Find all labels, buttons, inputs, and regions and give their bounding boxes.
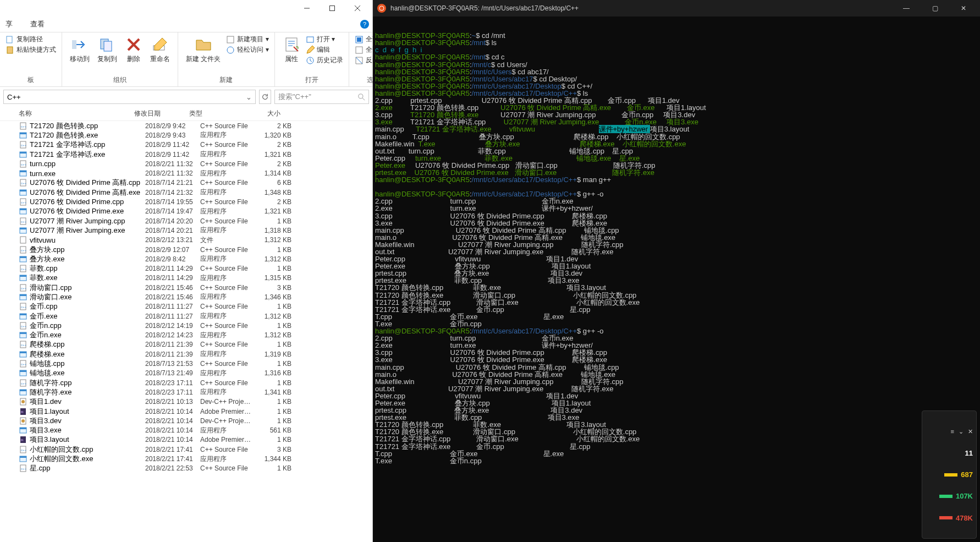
edit-button[interactable]: 编辑 [306, 45, 343, 54]
terminal-body[interactable]: hanlin@DESKTOP-3FQ0AR5:~$ cd /mnt hanlin… [373, 17, 980, 542]
file-type: 应用程序 [200, 254, 253, 264]
move-to-button[interactable]: 移动到 [68, 35, 92, 65]
svg-text:c++: c++ [21, 305, 27, 309]
file-row[interactable]: c++星.cpp2018/2/21 22:53C++ Source File1 … [0, 464, 372, 473]
minimize-button[interactable] [294, 1, 320, 16]
file-type: 应用程序 [200, 455, 253, 464]
col-name[interactable]: 名称 [19, 109, 134, 118]
properties-button[interactable]: 属性 [280, 35, 302, 65]
new-item-button[interactable]: 新建项目 ▾ [226, 35, 268, 44]
svg-point-13 [227, 47, 234, 53]
terminal-minimize-button[interactable]: — [894, 1, 918, 16]
file-row[interactable]: U27076 牧 Divided Prime 高精.exe2018/7/14 2… [0, 188, 372, 197]
file-row[interactable]: c++金币.cpp2018/2/11 11:27C++ Source File1… [0, 302, 372, 311]
new-folder-button[interactable]: 新建 文件夹 [184, 35, 223, 65]
file-row[interactable]: 爬楼梯.exe2018/2/11 21:39应用程序1,319 KB [0, 349, 372, 359]
group-organize-label: 组织 [113, 75, 126, 85]
file-row[interactable]: c++T21721 金字塔神话.cpp2018/2/9 11:42C++ Sou… [0, 140, 372, 150]
system-monitor-overlay[interactable]: ≡⌄✕ 11 687 107K 478K [922, 410, 977, 539]
file-row[interactable]: c++U27077 潮 River Jumping.cpp2018/7/14 2… [0, 216, 372, 226]
ribbon-tab-view[interactable]: 查看 [27, 17, 48, 31]
file-row[interactable]: c++菲数.cpp2018/2/11 14:29C++ Source File1… [0, 264, 372, 273]
file-row[interactable]: 项目3.dev2018/2/21 10:14Dev-C++ Project...… [0, 416, 372, 425]
file-icon [19, 188, 27, 197]
file-size: 1 KB [253, 265, 291, 272]
terminal-close-button[interactable]: ✕ [951, 1, 976, 16]
col-date[interactable]: 修改日期 [134, 109, 189, 118]
file-size: 1 KB [253, 379, 291, 387]
file-row[interactable]: c++小红帽的回文数.cpp2018/2/21 17:41C++ Source … [0, 445, 372, 454]
help-icon[interactable]: ? [360, 20, 369, 29]
file-name: turn.cpp [30, 160, 145, 168]
file-row[interactable]: 小红帽的回文数.exe2018/2/21 17:41应用程序1,344 KB [0, 454, 372, 463]
file-row[interactable]: vfitvuwu2018/2/12 13:21文件1,312 KB [0, 236, 372, 245]
file-row[interactable]: Pr项目3.layout2018/2/21 10:14Adobe Premier… [0, 435, 372, 445]
terminal-maximize-button[interactable]: ▢ [923, 1, 947, 16]
file-row[interactable]: 菲数.exe2018/2/11 14:29应用程序1,315 KB [0, 273, 372, 283]
chevron-down-icon[interactable]: ⌄ [959, 428, 964, 435]
file-name: 项目3.layout [30, 435, 145, 445]
file-icon [19, 331, 27, 340]
file-row[interactable]: 项目3.exe2018/2/21 10:14应用程序561 KB [0, 426, 372, 435]
refresh-button[interactable] [259, 90, 271, 104]
file-icon: c++ [19, 122, 27, 130]
file-name: 项目3.dev [30, 416, 145, 426]
file-date: 2018/7/14 21:21 [145, 179, 200, 187]
copy-to-button[interactable]: 复制到 [95, 35, 119, 65]
file-row[interactable]: U27077 潮 River Jumping.exe2018/7/14 20:2… [0, 226, 372, 235]
file-row[interactable]: Pr项目1.layout2018/2/21 10:14Adobe Premier… [0, 407, 372, 416]
file-date: 2018/7/14 19:47 [145, 207, 200, 215]
file-row[interactable]: U27076 牧 Divided Prime.exe2018/7/14 19:4… [0, 207, 372, 216]
col-size[interactable]: 大小 [242, 109, 280, 118]
file-row[interactable]: 金币n.exe2018/2/12 14:23应用程序1,312 KB [0, 331, 372, 340]
address-dropdown-icon[interactable]: ⌄ [246, 93, 252, 101]
file-date: 2018/7/14 20:20 [145, 217, 200, 225]
file-row[interactable]: turn.exe2018/2/21 11:32应用程序1,314 KB [0, 168, 372, 178]
file-row[interactable]: c++爬楼梯.cpp2018/2/11 21:39C++ Source File… [0, 340, 372, 349]
file-row[interactable]: c++金币n.cpp2018/2/12 14:19C++ Source File… [0, 321, 372, 330]
open-button[interactable]: 打开 ▾ [306, 35, 343, 44]
svg-point-95 [379, 6, 384, 10]
file-icon [19, 255, 27, 264]
address-box[interactable]: C++ ⌄ [3, 90, 256, 104]
file-row[interactable]: 叠方块.exe2018/2/9 8:42应用程序1,312 KB [0, 254, 372, 264]
paste-shortcut-button[interactable]: 粘贴快捷方式 [5, 45, 56, 54]
search-box[interactable]: 搜索"C++" [274, 90, 369, 104]
file-row[interactable]: c++随机字符.cpp2018/2/23 17:11C++ Source Fil… [0, 378, 372, 387]
rename-button[interactable]: 重命名 [148, 35, 172, 65]
file-icon [19, 388, 27, 397]
menu-icon[interactable]: ≡ [951, 428, 954, 435]
file-row[interactable]: c++叠方块.cpp2018/2/9 12:07C++ Source File1… [0, 245, 372, 254]
easy-access-button[interactable]: 轻松访问 ▾ [226, 45, 268, 54]
close-button[interactable] [345, 1, 370, 16]
close-icon[interactable]: ✕ [968, 428, 973, 435]
file-row[interactable]: 随机字符.exe2018/2/23 17:11应用程序1,341 KB [0, 387, 372, 397]
file-row[interactable]: c++滑动窗口.cpp2018/2/21 15:46C++ Source Fil… [0, 283, 372, 292]
ribbon-tab-share[interactable]: 享 [2, 17, 16, 31]
file-row[interactable]: T21720 颜色转换.exe2018/2/9 9:43应用程序1,320 KB [0, 130, 372, 140]
file-row[interactable]: c++turn.cpp2018/2/21 11:32C++ Source Fil… [0, 159, 372, 168]
file-list[interactable]: c++T21720 颜色转换.cpp2018/2/9 9:42C++ Sourc… [0, 121, 372, 542]
file-row[interactable]: c++T21720 颜色转换.cpp2018/2/9 9:42C++ Sourc… [0, 121, 372, 130]
file-icon: c++ [19, 379, 27, 387]
file-icon: c++ [19, 178, 27, 187]
file-row[interactable]: c++U27076 牧 Divided Prime.cpp2018/7/14 1… [0, 197, 372, 206]
file-row[interactable]: 金币.exe2018/2/11 11:27应用程序1,312 KB [0, 311, 372, 321]
svg-text:c++: c++ [21, 467, 27, 470]
file-row[interactable]: c++铺地毯.cpp2018/7/13 21:53C++ Source File… [0, 359, 372, 368]
file-row[interactable]: c++U27076 牧 Divided Prime 高精.cpp2018/7/1… [0, 178, 372, 188]
file-row[interactable]: T21721 金字塔神话.exe2018/2/9 11:42应用程序1,321 … [0, 150, 372, 159]
delete-button[interactable]: 删除 [123, 35, 145, 65]
file-row[interactable]: 滑动窗口.exe2018/2/21 15:46应用程序1,346 KB [0, 292, 372, 302]
file-row[interactable]: 项目1.dev2018/2/21 10:13Dev-C++ Project...… [0, 397, 372, 407]
explorer-titlebar [0, 0, 372, 17]
col-type[interactable]: 类型 [189, 109, 242, 118]
file-size: 2 KB [253, 141, 291, 149]
history-button[interactable]: 历史记录 [306, 56, 343, 65]
file-type: 应用程序 [200, 426, 253, 435]
copy-path-button[interactable]: 复制路径 [5, 35, 56, 44]
file-icon [19, 455, 27, 463]
file-row[interactable]: 铺地毯.exe2018/7/13 21:49应用程序1,316 KB [0, 369, 372, 378]
file-size: 2 KB [253, 160, 291, 168]
maximize-button[interactable] [320, 1, 345, 16]
